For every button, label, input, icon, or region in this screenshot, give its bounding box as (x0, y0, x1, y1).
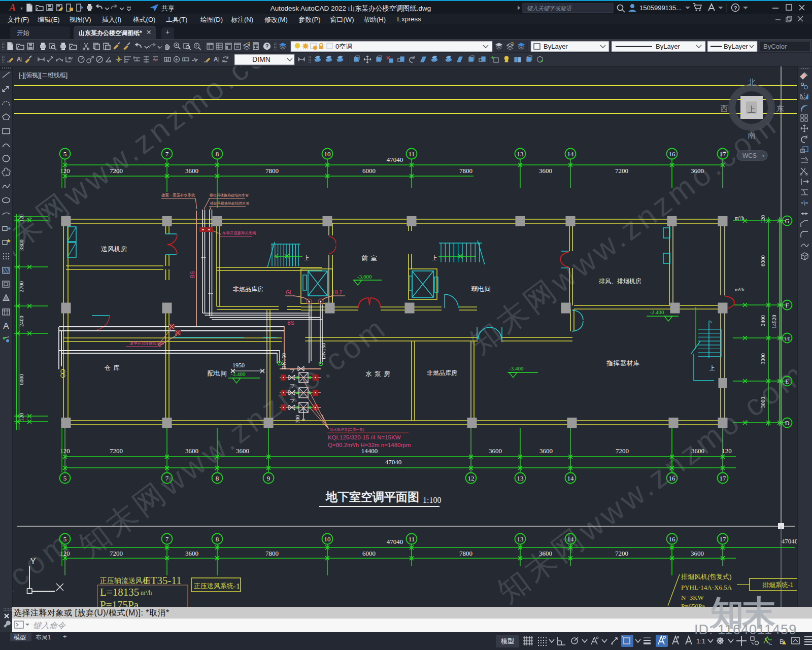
svg-text:7200: 7200 (110, 447, 123, 455)
svg-text:5: 5 (63, 535, 67, 543)
svg-text:A: A (3, 321, 9, 331)
svg-text:8: 8 (216, 535, 219, 543)
svg-text:A: A (17, 56, 21, 63)
svg-text:DIMN: DIMN (252, 55, 270, 63)
svg-text:14: 14 (567, 535, 574, 543)
svg-text:7200: 7200 (615, 167, 628, 175)
svg-text:-3.600: -3.600 (357, 273, 372, 280)
svg-text:120: 120 (19, 215, 24, 222)
svg-text:▾: ▾ (762, 154, 764, 158)
svg-text:排烟风机(包复式): 排烟风机(包复式) (681, 573, 732, 580)
svg-text:⊕: ⊕ (165, 58, 168, 61)
svg-text:L=18135: L=18135 (100, 586, 139, 598)
svg-text:上: 上 (748, 105, 756, 114)
svg-text:上: 上 (432, 255, 437, 261)
svg-text:KQL125/320-15 /4 N=15KW: KQL125/320-15 /4 N=15KW (328, 434, 401, 440)
svg-text:14520: 14520 (771, 315, 777, 329)
svg-text:7800: 7800 (265, 550, 279, 557)
svg-text:E: E (785, 378, 789, 385)
svg-text:7800: 7800 (459, 550, 472, 557)
svg-text:8: 8 (216, 150, 219, 158)
svg-text:m³/h: m³/h (141, 589, 152, 596)
svg-text:12: 12 (468, 474, 475, 482)
svg-text:DN150: DN150 (320, 343, 326, 359)
svg-text:[-][俯视][二维线框]: [-][俯视][二维线框] (19, 72, 67, 79)
svg-text:非燃品库房: 非燃品库房 (427, 369, 457, 377)
svg-text:?: ? (734, 5, 737, 11)
svg-text:17: 17 (720, 150, 727, 158)
svg-text:47040: 47040 (385, 458, 402, 466)
svg-text:N=3KW: N=3KW (681, 594, 704, 601)
svg-text:排风、排烟机房: 排风、排烟机房 (599, 278, 641, 285)
svg-text:3600: 3600 (185, 447, 198, 455)
svg-text:120: 120 (760, 215, 766, 223)
svg-text:7: 7 (165, 474, 169, 482)
svg-text:7: 7 (165, 150, 169, 158)
svg-text:弱电间: 弱电间 (471, 286, 491, 293)
svg-text:47040: 47040 (782, 537, 798, 545)
svg-text:冷水循环泵(二用一备): 冷水循环泵(二用一备) (330, 428, 364, 432)
svg-text:DN150: DN150 (281, 353, 287, 369)
svg-text:7200: 7200 (110, 550, 123, 557)
svg-text:47040: 47040 (387, 156, 403, 163)
svg-text:16: 16 (669, 535, 676, 543)
svg-text:m³/h: m³/h (735, 287, 745, 292)
svg-text:南: 南 (748, 131, 756, 140)
svg-text:东: 东 (776, 104, 784, 113)
svg-text:F: F (786, 302, 789, 309)
svg-text:3600: 3600 (539, 167, 552, 175)
svg-text:3000: 3000 (760, 397, 766, 408)
svg-text:键入关键字或短语: 键入关键字或短语 (527, 5, 572, 11)
svg-text:排烟系统-1: 排烟系统-1 (762, 581, 793, 589)
svg-text:14: 14 (567, 474, 574, 482)
svg-text:Autodesk AutoCAD 2022 山东某办公: Autodesk AutoCAD 2022 山东某办公楼空调图纸.dwg (270, 5, 431, 12)
svg-text:700: 700 (294, 415, 300, 423)
svg-text:2700: 2700 (18, 281, 24, 293)
svg-text:6000: 6000 (760, 255, 766, 267)
svg-text:1:100: 1:100 (423, 496, 441, 504)
svg-text:120: 120 (60, 550, 70, 557)
svg-text:6000: 6000 (362, 550, 376, 557)
svg-text:7200: 7200 (616, 447, 629, 455)
svg-text:1/E: 1/E (784, 337, 790, 341)
svg-text:非燃品库房: 非燃品库房 (233, 286, 263, 293)
svg-text:ByLayer: ByLayer (544, 43, 568, 50)
svg-text:3600: 3600 (691, 167, 704, 175)
svg-text:m³/h: m³/h (735, 215, 745, 221)
svg-text:6000: 6000 (18, 374, 24, 386)
svg-text:13: 13 (517, 535, 524, 543)
svg-text:3600: 3600 (185, 550, 198, 557)
svg-text:楼征兵楼换热处结供水管: 楼征兵楼换热处结供水管 (210, 201, 249, 206)
svg-text:正压轴流送风机: 正压轴流送风机 (100, 576, 150, 585)
svg-text:3600: 3600 (691, 550, 704, 557)
svg-text:西: 西 (721, 104, 728, 113)
svg-text:共享: 共享 (161, 5, 175, 12)
svg-text:GL: GL (286, 290, 293, 295)
svg-text:11: 11 (409, 150, 415, 158)
svg-text:8: 8 (216, 474, 219, 482)
svg-text:7200: 7200 (110, 167, 123, 175)
svg-text:前 室: 前 室 (361, 255, 377, 262)
svg-text:16: 16 (669, 150, 676, 158)
svg-text:接至一定压补水系统: 接至一定压补水系统 (161, 193, 195, 197)
svg-text:3600: 3600 (236, 447, 249, 455)
svg-text:5: 5 (63, 150, 67, 158)
svg-text:120: 120 (722, 447, 732, 455)
svg-text:BS: BS (190, 271, 195, 278)
svg-text:北: 北 (748, 78, 756, 86)
svg-text:17: 17 (720, 474, 727, 482)
svg-text:D: D (785, 420, 790, 427)
svg-text:G: G (785, 218, 790, 225)
svg-text:2400: 2400 (760, 315, 766, 327)
svg-text:1505999135...: 1505999135... (639, 4, 682, 12)
svg-text:仓 库: 仓 库 (104, 364, 120, 371)
svg-text:夏季开启冷媒给水阀: 夏季开启冷媒给水阀 (130, 341, 164, 346)
svg-text:WCS: WCS (742, 152, 757, 159)
svg-text:1:1: 1:1 (696, 637, 705, 645)
svg-text:7200: 7200 (615, 550, 628, 557)
svg-text:3600: 3600 (539, 447, 553, 455)
svg-text:10: 10 (324, 150, 331, 158)
svg-text:xy: xy (69, 56, 73, 60)
svg-text:10: 10 (324, 535, 331, 543)
svg-text:正压送风系统: 正压送风系统 (194, 582, 233, 590)
